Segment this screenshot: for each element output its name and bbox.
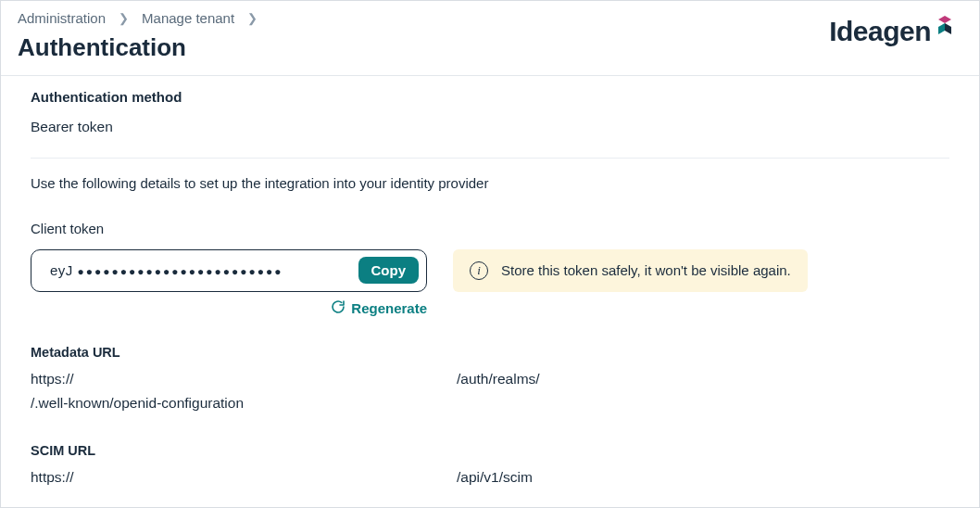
auth-method-value: Bearer token <box>31 116 949 139</box>
scim-url-label: SCIM URL <box>31 443 949 458</box>
refresh-icon <box>331 299 346 317</box>
copy-button[interactable]: Copy <box>358 257 420 284</box>
auth-method-label: Authentication method <box>31 89 949 105</box>
svg-marker-0 <box>938 23 945 34</box>
setup-instruction: Use the following details to set up the … <box>31 175 949 191</box>
chevron-right-icon: ❯ <box>119 11 129 25</box>
regenerate-label: Regenerate <box>351 300 427 316</box>
breadcrumb-administration[interactable]: Administration <box>18 10 106 26</box>
chevron-right-icon: ❯ <box>247 11 258 25</box>
regenerate-button[interactable]: Regenerate <box>31 299 427 317</box>
metadata-url-label: Metadata URL <box>31 345 949 360</box>
brand-name: Ideagen <box>829 16 931 47</box>
token-safety-alert: i Store this token safely, it won't be v… <box>453 249 808 292</box>
client-token-value: eyJ ●●●●●●●●●●●●●●●●●●●●●●●● <box>50 262 283 278</box>
svg-marker-1 <box>945 23 951 34</box>
svg-marker-2 <box>938 16 951 23</box>
client-token-field: eyJ ●●●●●●●●●●●●●●●●●●●●●●●● Copy <box>31 249 427 292</box>
brand-logo: Ideagen <box>829 16 955 47</box>
scim-url-value: https:///api/v1/scim <box>31 465 949 489</box>
breadcrumb-manage-tenant[interactable]: Manage tenant <box>142 10 234 26</box>
alert-text: Store this token safely, it won't be vis… <box>501 262 791 278</box>
client-token-label: Client token <box>31 221 949 236</box>
page-title: Authentication <box>18 33 962 62</box>
info-icon: i <box>470 261 488 280</box>
brand-mark-icon <box>935 14 955 34</box>
metadata-url-value: https:///auth/realms//.well-known/openid… <box>31 367 949 416</box>
breadcrumb: Administration ❯ Manage tenant ❯ <box>18 10 962 26</box>
